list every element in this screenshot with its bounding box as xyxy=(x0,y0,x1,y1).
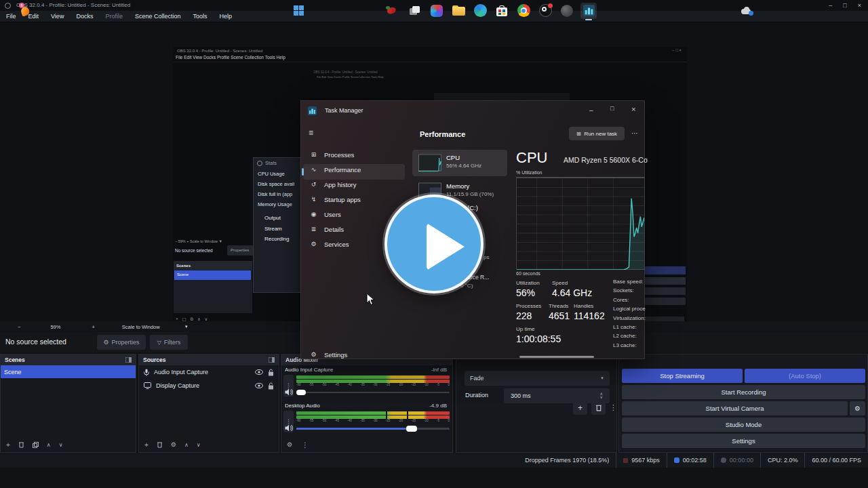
duration-down-icon[interactable]: ∨ xyxy=(600,396,603,399)
zoom-in-icon[interactable]: + xyxy=(92,324,94,330)
tick-label: -30 xyxy=(373,419,378,422)
video-play-overlay[interactable] xyxy=(384,195,484,293)
settings-button[interactable]: Settings xyxy=(622,434,865,448)
tm-sidebar-item[interactable]: ◉ Users xyxy=(303,207,405,222)
scale-mode-caret-icon[interactable]: ▼ xyxy=(184,325,189,329)
menu-docks[interactable]: Docks xyxy=(70,13,99,20)
nested-no-source-label: No source selected xyxy=(175,248,213,253)
scenes-dock-icon[interactable] xyxy=(125,357,132,363)
tm-hamburger-icon[interactable]: ≡ xyxy=(309,129,313,138)
studio-mode-button[interactable]: Studio Mode xyxy=(622,418,865,432)
source-row-audio-input[interactable]: Audio Input Capture xyxy=(139,365,279,379)
tm-graph-label-top: % Utilization xyxy=(516,170,542,176)
mixer-track1-speaker-icon[interactable] xyxy=(285,388,293,396)
source-row-display-capture[interactable]: Display Capture xyxy=(139,379,279,392)
source-up-icon[interactable]: ∧ xyxy=(184,442,189,448)
menu-file[interactable]: File xyxy=(0,13,22,20)
tm-cpu-card-minigraph xyxy=(418,154,441,171)
close-icon[interactable]: × xyxy=(858,2,861,9)
start-virtual-camera-button[interactable]: Start Virtual Camera xyxy=(622,401,848,415)
nested-controls-blue-strip xyxy=(645,266,686,274)
transition-menu-icon[interactable]: ⋮ xyxy=(610,403,617,411)
mixer-track1-slider-knob[interactable] xyxy=(296,390,306,395)
mixer-track1-volume-slider[interactable] xyxy=(296,392,450,393)
transition-select[interactable]: Fade ▼ xyxy=(465,371,610,386)
scene-add-icon[interactable]: + xyxy=(6,441,10,449)
mixer-track2-slider-knob[interactable] xyxy=(406,426,417,432)
maximize-icon[interactable]: □ xyxy=(843,2,846,9)
mixer-menu-icon[interactable]: ⋮ xyxy=(302,441,309,449)
tm-cpu-graph xyxy=(517,178,644,270)
taskbar-app-game[interactable] xyxy=(559,3,575,19)
stop-streaming-button[interactable]: Stop Streaming xyxy=(622,369,743,383)
scene-up-icon[interactable]: ∧ xyxy=(47,442,51,448)
taskbar-app-taskmanager-active[interactable] xyxy=(580,3,597,19)
tick-label: -20 xyxy=(399,383,403,386)
minimize-icon[interactable]: – xyxy=(829,2,832,9)
mixer-track2-volume-slider[interactable] xyxy=(296,428,450,430)
start-recording-button[interactable]: Start Recording xyxy=(622,385,865,399)
scenes-header[interactable]: Scenes xyxy=(1,354,136,365)
tm-maximize-icon[interactable]: □ xyxy=(610,106,614,113)
tm-cpu-card[interactable]: CPU 56% 4.64 GHz xyxy=(412,150,507,176)
tm-sidebar-settings[interactable]: ⚙ Settings xyxy=(303,347,405,362)
nested-window-title: OBS 32.0.4 - Profile: Untitled - Scenes:… xyxy=(177,49,262,54)
taskbar-app-explorer[interactable] xyxy=(450,3,467,19)
mixer-track1-meter-l xyxy=(296,375,450,379)
tm-run-new-task-button[interactable]: ⊞ Run new task xyxy=(569,127,625,140)
taskbar-app-edge[interactable] xyxy=(472,3,488,19)
start-button[interactable] xyxy=(290,3,307,19)
stats-window: Stats CPU UsageDisk space availDisk full… xyxy=(253,157,300,293)
tm-sidebar-item-label: Users xyxy=(324,211,341,218)
scene-down-icon[interactable]: ∨ xyxy=(59,442,63,448)
source-properties-icon[interactable]: ⚙ xyxy=(171,441,176,448)
duration-value: 300 ms xyxy=(511,392,531,399)
menu-view[interactable]: View xyxy=(45,13,70,20)
onedrive-cloud-icon[interactable] xyxy=(741,7,752,14)
taskbar-app-store[interactable] xyxy=(494,3,510,19)
advanced-audio-icon[interactable]: ⚙ xyxy=(287,441,292,448)
menu-tools[interactable]: Tools xyxy=(186,13,213,20)
source-down-icon[interactable]: ∨ xyxy=(197,442,201,448)
scene-remove-icon[interactable] xyxy=(18,441,24,448)
sources-header[interactable]: Sources xyxy=(139,354,279,365)
source-remove-icon[interactable] xyxy=(157,441,163,448)
taskbar-app-chrome[interactable] xyxy=(515,3,532,19)
virtual-camera-config-button[interactable]: ⚙ xyxy=(850,401,865,415)
sources-dock-icon[interactable] xyxy=(269,357,275,363)
scene-list-item[interactable]: Scene xyxy=(1,365,136,378)
tm-sidebar-item-label: Startup apps xyxy=(324,196,361,203)
mixer-toolbar: ⚙ ⋮ xyxy=(281,437,452,452)
zoom-out-icon[interactable]: − xyxy=(18,324,20,330)
properties-label: Properties xyxy=(112,339,140,346)
scene-duplicate-icon[interactable] xyxy=(33,442,39,448)
stats-obs-logo-icon xyxy=(257,161,262,166)
taskbar-app-msi[interactable] xyxy=(429,3,445,19)
source-visibility-icon[interactable] xyxy=(255,383,263,388)
taskbar-app-obs[interactable] xyxy=(537,3,553,19)
menu-profile[interactable]: Profile xyxy=(99,13,129,20)
menu-scene-collection[interactable]: Scene Collection xyxy=(129,13,187,20)
tm-minimize-icon[interactable]: – xyxy=(589,106,593,114)
menu-help[interactable]: Help xyxy=(213,13,238,20)
source-lock-icon[interactable] xyxy=(268,369,274,376)
transition-add-button[interactable]: + xyxy=(573,401,587,415)
filters-button[interactable]: ▽ Filters xyxy=(150,335,188,350)
tm-util-value: 56% xyxy=(516,288,535,298)
tm-more-options-icon[interactable]: ⋯ xyxy=(631,129,638,137)
task-view-button[interactable] xyxy=(407,3,423,19)
source-lock-icon[interactable] xyxy=(268,382,274,390)
tm-close-icon[interactable]: × xyxy=(631,105,635,113)
tick-label: -25 xyxy=(386,419,391,422)
source-add-icon[interactable]: + xyxy=(144,441,149,449)
tm-horizontal-scrollbar[interactable] xyxy=(519,356,594,358)
properties-button[interactable]: ⚙ Properties xyxy=(97,335,146,350)
transition-remove-button[interactable] xyxy=(591,401,606,415)
tm-sidebar-item[interactable]: ↯ Startup apps xyxy=(303,192,405,207)
auto-stop-button[interactable]: (Auto Stop) xyxy=(745,369,865,383)
scale-mode-label[interactable]: Scale to Window xyxy=(122,324,160,330)
tm-right-label: Logical proce xyxy=(613,306,646,312)
mixer-track2-speaker-icon[interactable] xyxy=(285,424,293,432)
tm-sidebar-item[interactable]: ⊞ Processes xyxy=(303,147,405,162)
source-visibility-icon[interactable] xyxy=(255,369,263,375)
